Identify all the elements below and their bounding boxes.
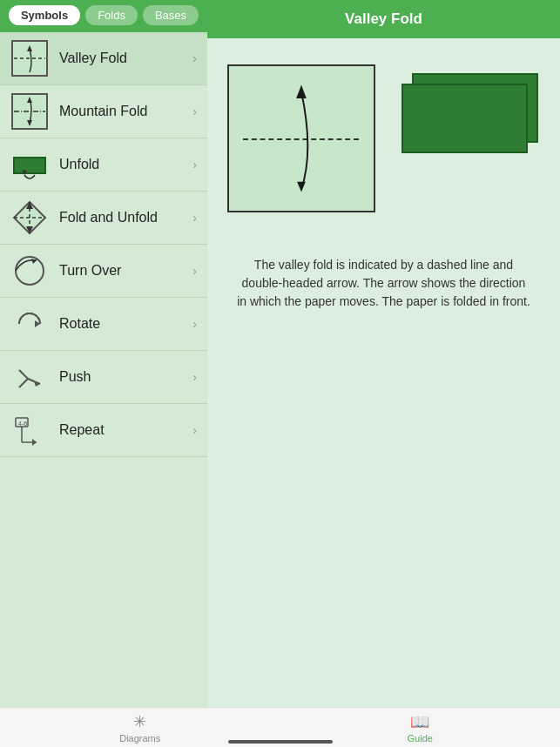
chevron-icon-turn-over: › [192,264,197,278]
valley-fold-icon [10,39,49,77]
svg-marker-26 [297,182,306,192]
rotate-icon [10,305,49,343]
sidebar-item-repeat[interactable]: 4-6 Repeat › [0,404,207,457]
main-content: Valley Fold [207,0,560,707]
main-header: Valley Fold [207,0,560,38]
diagrams-area: The valley fold is indicated by a dashed… [207,38,560,707]
valley-fold-diagram [227,64,375,212]
svg-rect-9 [14,158,45,173]
chevron-icon-mountain-fold: › [192,104,197,118]
tab-bases[interactable]: Bases [143,5,199,25]
sidebar-item-unfold-label: Unfold [59,157,192,172]
svg-text:4-6: 4-6 [18,421,27,427]
sidebar-item-turn-over[interactable]: Turn Over › [0,245,207,298]
guide-icon: 📖 [410,712,429,731]
home-indicator [228,740,333,744]
chevron-icon-unfold: › [192,158,197,172]
sidebar-item-fold-and-unfold-label: Fold and Unfold [59,210,192,225]
sidebar-item-push-label: Push [59,369,192,385]
sidebar-item-turn-over-label: Turn Over [59,263,192,279]
chevron-icon-valley-fold: › [192,51,197,65]
sidebar-item-fold-and-unfold[interactable]: Fold and Unfold › [0,192,207,245]
guide-tab-label: Guide [408,733,433,744]
tab-bar-guide[interactable]: 📖 Guide [280,712,561,744]
sidebar-item-valley-fold-label: Valley Fold [59,50,192,66]
turn-over-icon [10,252,49,290]
folded-paper-diagram [401,73,541,178]
unfold-icon [10,145,49,184]
tab-folds[interactable]: Folds [85,5,138,25]
svg-marker-25 [296,84,307,98]
chevron-icon-fold-and-unfold: › [192,211,197,225]
description-content: The valley fold is indicated by a dashed… [237,258,530,308]
svg-marker-24 [32,439,37,446]
push-icon [10,358,49,396]
diagrams-row [227,64,541,212]
sidebar-list: Valley Fold › Mountain Fold › [0,32,207,707]
fold-and-unfold-icon [10,199,49,237]
sidebar-item-unfold[interactable]: Unfold › [0,138,207,192]
tab-bar-diagrams[interactable]: ✳ Diagrams [0,712,280,744]
sidebar-item-valley-fold[interactable]: Valley Fold › [0,32,207,85]
valley-fold-arrow-svg [229,66,374,211]
sidebar-item-rotate-label: Rotate [59,316,192,332]
sidebar-item-mountain-fold[interactable]: Mountain Fold › [0,85,207,138]
diagrams-tab-label: Diagrams [119,733,160,744]
mountain-fold-icon [10,92,49,131]
page-title: Valley Fold [345,10,422,28]
description-text: The valley fold is indicated by a dashed… [227,256,541,311]
diagrams-icon: ✳ [133,712,146,731]
sidebar-item-mountain-fold-label: Mountain Fold [59,104,192,119]
sidebar-tabs: Symbols Folds Bases [0,0,207,32]
chevron-icon-rotate: › [192,317,197,331]
sidebar-item-repeat-label: Repeat [59,422,192,438]
chevron-icon-push: › [192,370,197,384]
chevron-icon-repeat: › [192,423,197,437]
sidebar: Symbols Folds Bases Valley Fold › [0,0,207,707]
tab-symbols[interactable]: Symbols [9,5,80,25]
sidebar-item-rotate[interactable]: Rotate › [0,298,207,351]
repeat-icon: 4-6 [10,411,49,449]
folded-front-piece [401,84,528,153]
svg-marker-17 [31,259,37,264]
sidebar-item-push[interactable]: Push › [0,351,207,404]
